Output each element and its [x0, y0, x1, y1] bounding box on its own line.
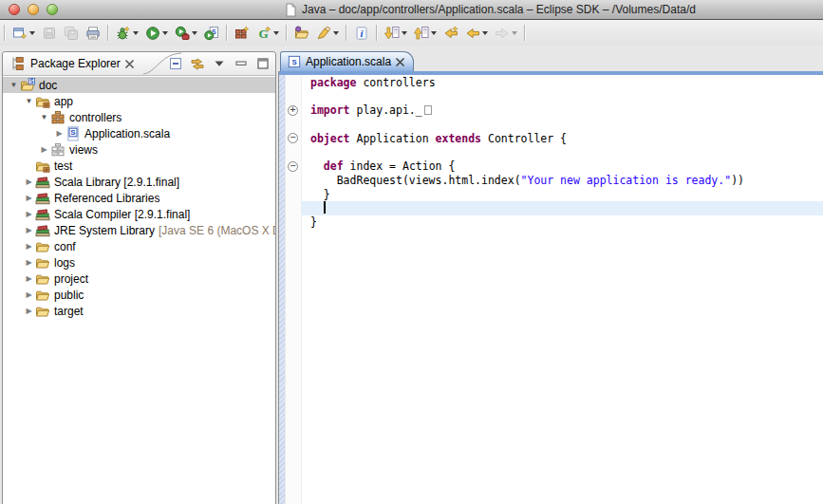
dropdown-arrow-icon[interactable] — [402, 31, 407, 35]
save-button — [40, 25, 59, 42]
expand-arrow-icon[interactable]: ▼ — [8, 81, 20, 89]
collapse-all-button[interactable] — [168, 56, 183, 71]
code-line[interactable] — [301, 118, 823, 132]
fold-toggle-icon[interactable]: − — [288, 161, 298, 172]
expand-arrow-icon[interactable]: ▶ — [23, 242, 35, 251]
toggle-implicit-highlighting-button[interactable]: i — [352, 25, 371, 42]
expand-arrow-icon[interactable]: ▶ — [23, 226, 35, 234]
svg-text:S: S — [70, 128, 76, 137]
quickdiff-ruler[interactable] — [279, 75, 286, 504]
tree-item-test[interactable]: test — [3, 158, 275, 174]
tree-item-app[interactable]: ▼app — [3, 93, 275, 109]
tree-item-target[interactable]: ▶target — [3, 303, 275, 319]
tree-item-application-scala[interactable]: ▶SApplication.scala — [3, 125, 275, 141]
expand-arrow-icon[interactable]: ▶ — [53, 129, 65, 138]
close-icon[interactable] — [125, 60, 134, 68]
last-edit-location-button[interactable] — [441, 25, 460, 42]
external-tools-button[interactable] — [173, 25, 199, 42]
close-icon[interactable] — [396, 58, 404, 66]
code-line[interactable] — [301, 201, 823, 215]
expand-arrow-icon[interactable]: ▶ — [23, 177, 35, 186]
code-line[interactable]: object Application extends Controller { — [301, 132, 823, 146]
code-line[interactable] — [301, 90, 823, 104]
prev-annotation-icon — [414, 26, 429, 41]
svg-text:S: S — [29, 78, 34, 84]
code-line[interactable]: } — [301, 215, 823, 230]
tree-item-controllers[interactable]: ▼controllers — [3, 109, 275, 125]
dropdown-arrow-icon[interactable] — [133, 31, 139, 35]
tree-item-project[interactable]: ▶project — [3, 271, 275, 287]
view-menu-button[interactable] — [212, 56, 227, 71]
code-line[interactable]: import play.api._ — [301, 103, 823, 118]
fold-toggle-icon[interactable]: − — [288, 133, 298, 143]
code-line[interactable]: def index = Action { — [301, 159, 823, 174]
tree-item-scala-compiler-2-9-1-final[interactable]: ▶Scala Compiler [2.9.1.final] — [3, 206, 275, 222]
code-line[interactable] — [301, 145, 823, 159]
code-token: )) — [731, 174, 744, 187]
code-line[interactable]: package controllers — [301, 76, 823, 90]
code-line[interactable]: BadRequest(views.html.index("Your new ap… — [301, 174, 823, 188]
expand-arrow-icon[interactable]: ▶ — [23, 258, 35, 267]
tree-item-referenced-libraries[interactable]: ▶Referenced Libraries — [3, 190, 275, 206]
new-java-project-button[interactable] — [233, 25, 252, 42]
dropdown-arrow-icon[interactable] — [162, 31, 168, 35]
tree-item-label: controllers — [69, 111, 122, 124]
minimize-view-button[interactable] — [234, 56, 249, 71]
expand-arrow-icon[interactable]: ▼ — [38, 113, 50, 121]
zoom-button[interactable] — [47, 4, 58, 15]
close-button[interactable] — [9, 4, 20, 15]
minimize-button[interactable] — [28, 4, 39, 15]
dropdown-arrow-icon[interactable] — [431, 31, 437, 35]
editor-tab-application-scala[interactable]: S Application.scala — [280, 51, 414, 71]
expand-arrow-icon[interactable]: ▶ — [23, 274, 35, 283]
tree-item-jre-system-library[interactable]: ▶JRE System Library[Java SE 6 (MacOS X D… — [3, 222, 275, 238]
new-element-wizard-button[interactable]: G — [254, 25, 281, 42]
expand-arrow-icon[interactable]: ▶ — [38, 145, 50, 154]
expand-arrow-icon[interactable]: ▶ — [23, 194, 35, 202]
app-folder-icon — [35, 94, 50, 109]
dropdown-arrow-icon[interactable] — [333, 31, 339, 35]
run-last-launched-button[interactable]: S — [202, 25, 221, 42]
title-bar[interactable]: Java – doc/app/controllers/Application.s… — [0, 0, 823, 20]
fold-toggle-icon[interactable]: + — [288, 105, 298, 116]
expand-arrow-icon[interactable]: ▶ — [23, 307, 35, 315]
run-button[interactable] — [143, 25, 170, 42]
code-token: Application — [350, 132, 436, 145]
save-all-button — [62, 25, 81, 42]
tree-item-label: Referenced Libraries — [54, 192, 159, 205]
tree-item-conf[interactable]: ▶conf — [3, 238, 275, 254]
tree-item-label: views — [69, 143, 98, 157]
dropdown-arrow-icon[interactable] — [273, 31, 279, 35]
tree-item-public[interactable]: ▶public — [3, 287, 275, 303]
new-wizard-button[interactable] — [10, 25, 37, 42]
save-all-icon — [64, 26, 79, 41]
traffic-lights — [9, 4, 58, 15]
code-line[interactable]: } — [301, 188, 823, 202]
expand-arrow-icon[interactable]: ▶ — [23, 290, 35, 299]
link-with-editor-button[interactable] — [190, 56, 205, 71]
package-explorer-tab[interactable]: Package Explorer — [3, 52, 140, 75]
dropdown-arrow-icon[interactable] — [192, 31, 197, 35]
maximize-view-button[interactable] — [255, 56, 271, 71]
forward-button — [493, 25, 519, 42]
tree-item-label: test — [54, 159, 72, 173]
dropdown-arrow-icon[interactable] — [512, 31, 517, 35]
open-resource-button[interactable] — [292, 25, 311, 42]
dropdown-arrow-icon[interactable] — [29, 31, 35, 35]
dropdown-arrow-icon[interactable] — [482, 31, 488, 35]
print-button[interactable] — [84, 25, 103, 42]
previous-annotation-button[interactable] — [412, 25, 439, 42]
tree-item-scala-library-2-9-1-final[interactable]: ▶Scala Library [2.9.1.final] — [3, 174, 275, 190]
tree-item-doc[interactable]: ▼Sdoc — [3, 77, 275, 93]
tree-item-views[interactable]: ▶views — [3, 141, 275, 158]
back-button[interactable] — [463, 25, 490, 42]
next-annotation-button[interactable] — [383, 25, 409, 42]
code-editor[interactable]: +−− package controllersimport play.api._… — [279, 75, 823, 504]
mark-occurrences-button[interactable] — [314, 25, 341, 42]
expand-arrow-icon[interactable]: ▼ — [23, 97, 35, 105]
tree-item-logs[interactable]: ▶logs — [3, 254, 275, 271]
debug-button[interactable] — [114, 25, 140, 42]
folded-region-box[interactable] — [424, 105, 432, 115]
fold-gutter[interactable]: +−− — [286, 75, 302, 504]
expand-arrow-icon[interactable]: ▶ — [23, 210, 35, 218]
